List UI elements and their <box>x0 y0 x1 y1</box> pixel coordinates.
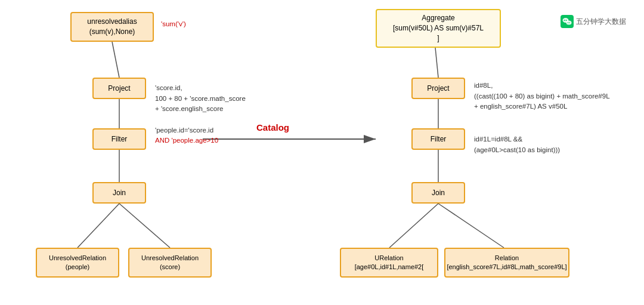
node-aggregate: Aggregate [sum(v#50L) AS sum(v)#57L ] <box>376 9 501 48</box>
main-canvas: unresolvedalias (sum(v),None) 'sum('v') … <box>0 0 644 305</box>
node-join-left: Join <box>92 182 146 204</box>
catalog-label: Catalog <box>256 122 289 133</box>
annotation-project-right: id#8L, ((cast((100 + 80) as bigint) + ma… <box>474 70 610 112</box>
wechat-icon <box>561 15 574 28</box>
wechat-label: 五分钟学大数据 <box>576 17 626 27</box>
node-unresolvedalias: unresolvedalias (sum(v),None) <box>70 12 154 42</box>
svg-point-16 <box>568 22 569 23</box>
annotation-project-left: 'score.id, 100 + 80 + 'score.math_score … <box>155 73 246 114</box>
svg-line-5 <box>435 48 438 78</box>
svg-point-13 <box>564 20 565 21</box>
node-project-right: Project <box>411 78 465 99</box>
node-filter-right: Filter <box>411 128 465 150</box>
node-urelation: URelation [age#0L,id#1L,name#2[ <box>340 248 438 278</box>
node-filter-left: Filter <box>92 128 146 150</box>
svg-point-17 <box>569 22 570 23</box>
node-unresolved-score: UnresolvedRelation (score) <box>128 248 212 278</box>
svg-line-3 <box>78 204 119 248</box>
annotation-filter-right: id#1L=id#8L && (age#0L>cast(10 as bigint… <box>474 124 560 155</box>
svg-line-8 <box>389 204 438 248</box>
node-join-right: Join <box>411 182 465 204</box>
wechat-logo: 五分钟学大数据 <box>561 15 626 28</box>
node-unresolved-people: UnresolvedRelation (people) <box>36 248 119 278</box>
svg-line-9 <box>438 204 504 248</box>
svg-line-0 <box>112 42 119 78</box>
svg-point-15 <box>566 21 572 25</box>
annotation-filter-left: 'people.id='score.id AND 'people.age>10 <box>155 125 218 146</box>
svg-line-4 <box>119 204 170 248</box>
svg-point-14 <box>566 20 567 21</box>
node-project-left: Project <box>92 78 146 99</box>
node-relation: Relation [english_score#7L,id#8L,math_sc… <box>444 248 569 278</box>
annotation-sum-v: 'sum('v') <box>161 19 186 29</box>
